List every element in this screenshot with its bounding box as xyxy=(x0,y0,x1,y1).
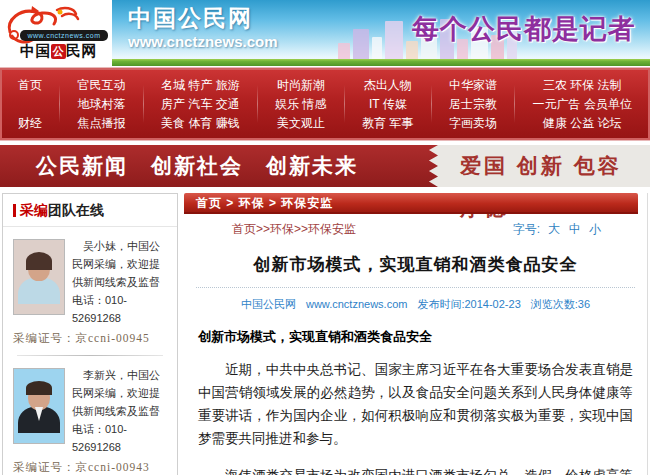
publish-time: 发布时间:2014-02-23 xyxy=(417,298,520,310)
nav-link-group[interactable]: 三农 环保 法制 xyxy=(533,76,632,95)
avatar xyxy=(28,385,50,410)
nav-link[interactable]: 美文观止 xyxy=(275,114,326,133)
member-cert-id: 采编证号：京ccni-00945 xyxy=(13,327,169,348)
breadcrumb-row: 首页>>环保>>环保安监 字号: 大 中 小 xyxy=(184,214,647,238)
source-site: 中国公民网 xyxy=(241,298,296,310)
nav-link[interactable]: 杰出人物 xyxy=(362,76,413,95)
breadcrumb[interactable]: 首页 > 环保 > 环保安监 xyxy=(184,193,638,214)
nav-separator xyxy=(59,85,60,123)
avatar xyxy=(28,256,50,281)
nav-separator xyxy=(143,85,144,123)
page: www.cnctznews.com 中国公民网 中国公民网 www.cnctzn… xyxy=(0,0,650,475)
font-size-medium-button[interactable]: 中 xyxy=(569,222,581,236)
masthead-banner: 中国公民网 www.cnctznews.com 每个公民都是记者 xyxy=(112,0,650,66)
nav-link-group[interactable]: 名城 特产 旅游 xyxy=(161,76,240,95)
nav-link[interactable]: 地球村落 xyxy=(78,95,126,114)
main-nav: 首页 财经 官民互动 地球村落 焦点播报 名城 特产 旅游 房产 汽车 交通 美… xyxy=(0,68,650,140)
view-count: 浏览次数:36 xyxy=(531,298,590,310)
nav-link[interactable]: 焦点播报 xyxy=(78,114,126,133)
slogan-left: 公民新闻 创新社会 创新未来 xyxy=(0,145,438,187)
main-area: 采编团队在线 吴小妹，中国公民网采编，欢迎提供新闻线索及监督电话：010-526… xyxy=(0,193,650,475)
nav-col-fashion: 时尚新潮 娱乐 情感 美文观止 xyxy=(275,76,326,133)
nav-col-misc: 三农 环保 法制 一元广告 会员单位 健康 公益 论坛 xyxy=(533,76,632,133)
article-content: 首页 > 环保 > 环保安监 首页>>环保>>环保安监 字号: 大 中 小 创新… xyxy=(184,193,648,475)
seal-icon: 公 xyxy=(51,44,66,59)
source-url[interactable]: www.cnctznews.com xyxy=(306,298,407,310)
nav-col-city-life: 名城 特产 旅游 房产 汽车 交通 美食 体育 赚钱 xyxy=(161,76,240,133)
nav-link[interactable]: 字画卖场 xyxy=(449,114,497,133)
nav-link xyxy=(18,95,42,114)
font-size-control: 字号: 大 中 小 xyxy=(513,221,601,238)
nav-link-group[interactable]: 房产 汽车 交通 xyxy=(161,95,240,114)
site-slogan: 每个公民都是记者 xyxy=(412,11,636,47)
nav-col-home: 首页 财经 xyxy=(18,76,42,133)
article-paragraph: 海伟酒类交易市场为改变国内进口酒类市场勾兑、造假、价格虚高等混乱现状，成立于20… xyxy=(198,464,633,475)
nav-link[interactable]: 时尚新潮 xyxy=(275,76,326,95)
logo-url: www.cnctznews.com xyxy=(20,30,108,41)
font-size-label: 字号: xyxy=(513,222,540,236)
nav-link-group[interactable]: 健康 公益 论坛 xyxy=(533,114,632,133)
nav-col-people: 杰出人物 IT 传媒 教育 军事 xyxy=(362,76,413,133)
editor-team-sidebar: 采编团队在线 吴小妹，中国公民网采编，欢迎提供新闻线索及监督电话：010-526… xyxy=(2,193,178,475)
nav-separator xyxy=(431,85,432,123)
grass-strip xyxy=(112,59,650,66)
nav-link[interactable]: 首页 xyxy=(18,76,42,95)
nav-link[interactable]: 居士宗教 xyxy=(449,95,497,114)
site-url: www.cnctznews.com xyxy=(128,33,277,50)
slogan-strip: 公民新闻 创新社会 创新未来 爱国 创新 包容 厚德 xyxy=(0,145,650,187)
article-title: 创新市场模式，实现直销和酒类食品安全 xyxy=(196,253,635,276)
breadcrumb-secondary[interactable]: 首页>>环保>>环保安监 xyxy=(232,221,356,238)
member-photo xyxy=(13,239,65,315)
nav-link[interactable]: 官民互动 xyxy=(78,76,126,95)
font-size-large-button[interactable]: 大 xyxy=(548,222,560,236)
nav-separator xyxy=(514,85,515,123)
nav-link-group[interactable]: 教育 军事 xyxy=(362,114,413,133)
site-header: www.cnctznews.com 中国公民网 中国公民网 www.cnctzn… xyxy=(0,0,650,66)
nav-col-interaction: 官民互动 地球村落 焦点播报 xyxy=(78,76,126,133)
article-source-line: 中国公民网www.cnctznews.com发布时间:2014-02-23浏览次… xyxy=(184,297,647,312)
sidebar-title: 采编团队在线 xyxy=(3,194,177,227)
red-accent-bar xyxy=(13,204,16,217)
site-title: 中国公民网 xyxy=(128,3,253,34)
member-cert-id: 采编证号：京ccni-00943 xyxy=(13,456,169,475)
font-size-small-button[interactable]: 小 xyxy=(589,222,601,236)
site-logo[interactable]: www.cnctznews.com 中国公民网 xyxy=(0,0,112,66)
nav-link[interactable]: 财经 xyxy=(18,114,42,133)
team-member-card: 吴小妹，中国公民网采编，欢迎提供新闻线索及监督电话：010-52691268 采… xyxy=(3,227,177,348)
nav-link-group[interactable]: IT 传媒 xyxy=(362,95,413,114)
team-member-card: 李新兴，中国公民网采编，欢迎提供新闻线索及监督电话：010-52691268 采… xyxy=(3,356,177,475)
article-paragraph: 近期，中共中央总书记、国家主席习近平在各大重要场合发表直销是中国营销领域发展的必… xyxy=(198,358,633,450)
nav-separator xyxy=(257,85,258,123)
nav-link-group[interactable]: 娱乐 情感 xyxy=(275,95,326,114)
nav-link-group[interactable]: 美食 体育 赚钱 xyxy=(161,114,240,133)
nav-separator xyxy=(344,85,345,123)
member-photo xyxy=(13,368,65,444)
dotted-divider xyxy=(196,287,635,288)
nav-col-culture: 中华家谱 居士宗教 字画卖场 xyxy=(449,76,497,133)
slogan-right: 爱国 创新 包容 厚德 xyxy=(430,145,650,187)
nav-link-group[interactable]: 一元广告 会员单位 xyxy=(533,95,632,114)
nav-link[interactable]: 中华家谱 xyxy=(449,76,497,95)
article-subhead: 创新市场模式，实现直销和酒类食品安全 xyxy=(198,328,633,346)
logo-name: 中国公民网 xyxy=(20,42,97,61)
